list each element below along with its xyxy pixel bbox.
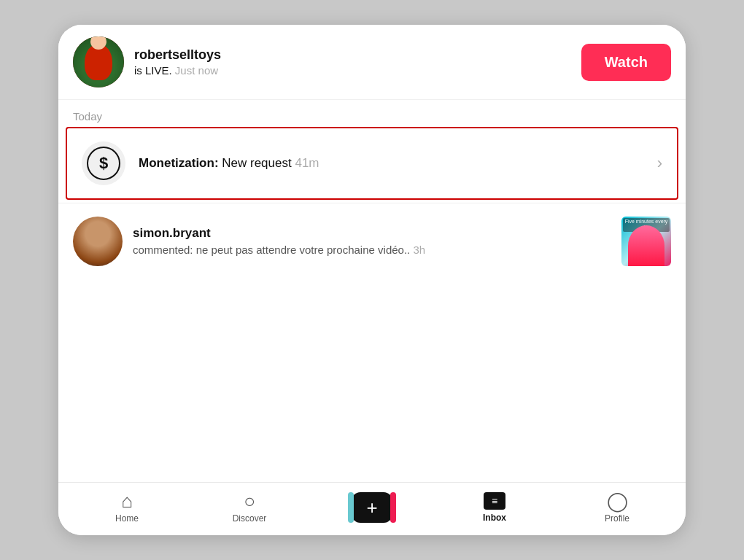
live-text: is LIVE.	[134, 64, 172, 77]
comment-username: simon.bryant	[133, 226, 613, 241]
live-info: robertselltoys is LIVE. Just now	[134, 47, 581, 77]
comment-info: simon.bryant commented: ne peut pas atte…	[133, 226, 613, 257]
nav-discover[interactable]: ○ Discover	[228, 491, 271, 524]
monetization-label-text: New request	[219, 156, 292, 170]
dollar-icon: $	[87, 147, 120, 180]
watch-button[interactable]: Watch	[581, 44, 671, 81]
comment-avatar	[73, 217, 123, 266]
profile-label: Profile	[605, 513, 629, 524]
nav-profile[interactable]: ◯ Profile	[595, 491, 639, 524]
inbox-icon: ≡	[492, 496, 497, 506]
live-time: Just now	[175, 64, 218, 77]
discover-icon: ○	[244, 491, 255, 510]
add-button[interactable]: +	[352, 492, 392, 523]
inbox-label: Inbox	[483, 513, 506, 523]
home-icon: ⌂	[121, 491, 133, 510]
nav-home[interactable]: ⌂ Home	[105, 491, 149, 524]
phone-container: robertselltoys is LIVE. Just now Watch T…	[58, 25, 686, 535]
home-label: Home	[115, 513, 139, 524]
comment-time: 3h	[413, 244, 425, 256]
discover-label: Discover	[233, 513, 267, 524]
nav-inbox[interactable]: ≡ Inbox	[473, 492, 516, 523]
nav-add[interactable]: +	[350, 492, 394, 523]
monetization-icon-wrap: $	[82, 141, 125, 185]
comment-notification[interactable]: simon.bryant commented: ne peut pas atte…	[58, 203, 686, 279]
live-status: is LIVE. Just now	[134, 64, 581, 77]
bottom-nav: ⌂ Home ○ Discover + ≡ Inbox ◯ Profile	[58, 482, 686, 535]
comment-text: commented: ne peut pas attendre votre pr…	[133, 242, 613, 257]
live-username: robertselltoys	[134, 47, 581, 63]
add-icon: +	[366, 498, 377, 517]
monetization-notification[interactable]: $ Monetization: New request 41m ›	[66, 127, 678, 200]
thumbnail-figure	[628, 225, 664, 266]
monetization-time: 41m	[295, 156, 319, 170]
comment-message: ne peut pas attendre votre prochaine vid…	[193, 244, 411, 256]
comment-action: commented:	[133, 244, 193, 256]
inbox-icon-box: ≡	[484, 492, 505, 510]
monetization-text: Monetization: New request 41m	[139, 156, 650, 171]
chevron-right-icon: ›	[657, 154, 662, 173]
monetization-label-bold: Monetization:	[139, 156, 219, 170]
profile-icon: ◯	[607, 491, 628, 510]
live-avatar	[73, 36, 124, 88]
comment-thumbnail: Five minutes every day	[621, 217, 671, 266]
live-notification-bar[interactable]: robertselltoys is LIVE. Just now Watch	[58, 25, 686, 100]
today-label: Today	[58, 100, 686, 127]
